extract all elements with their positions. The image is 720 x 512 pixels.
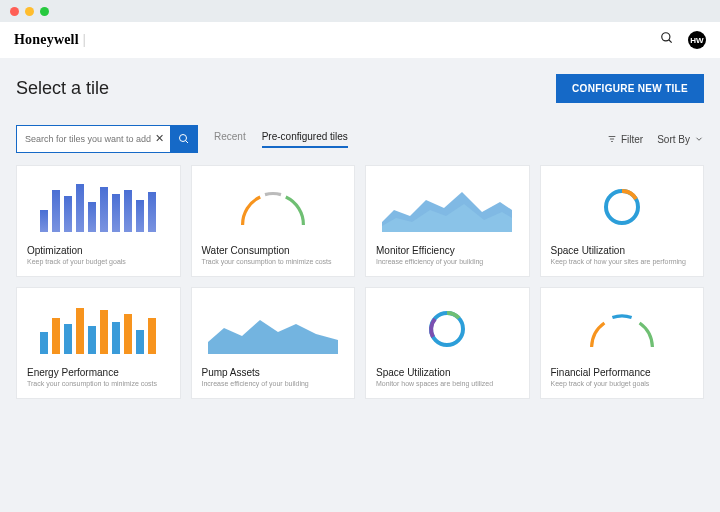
svg-point-2 [180, 135, 187, 142]
search-button[interactable] [170, 125, 198, 153]
clear-search-icon[interactable]: ✕ [155, 132, 164, 145]
area-chart-icon [382, 182, 512, 232]
tab-recent[interactable]: Recent [214, 131, 246, 148]
tile-energy-performance[interactable]: Energy PerformanceTrack your consumption… [16, 287, 181, 399]
tile-title: Financial Performance [551, 367, 694, 378]
tile-subtitle: Monitor how spaces are being utilized [376, 380, 519, 388]
tile-subtitle: Increase efficiency of your building [202, 380, 345, 388]
tile-monitor-efficiency[interactable]: Monitor EfficiencyIncrease efficiency of… [365, 165, 530, 277]
page-title: Select a tile [16, 78, 109, 99]
area-chart-icon [208, 304, 338, 354]
gauge-chart-icon [233, 185, 313, 229]
tile-title: Monitor Efficiency [376, 245, 519, 256]
window-traffic-lights [0, 0, 720, 22]
tile-subtitle: Keep track of your budget goals [551, 380, 694, 388]
tile-space-utilization-2[interactable]: Space UtilizationMonitor how spaces are … [365, 287, 530, 399]
tile-title: Water Consumption [202, 245, 345, 256]
tab-preconfigured[interactable]: Pre-configured tiles [262, 131, 348, 148]
gauge-chart-icon [582, 307, 662, 351]
search-input[interactable] [16, 125, 170, 153]
tile-space-utilization[interactable]: Space UtilizationKeep track of how your … [540, 165, 705, 277]
brand-logo: Honeywell| [14, 32, 86, 48]
svg-point-0 [662, 33, 670, 41]
minimize-icon[interactable] [25, 7, 34, 16]
close-icon[interactable] [10, 7, 19, 16]
tile-title: Optimization [27, 245, 170, 256]
chevron-down-icon [694, 134, 704, 144]
tile-water-consumption[interactable]: Water ConsumptionTrack your consumption … [191, 165, 356, 277]
tile-subtitle: Keep track of how your sites are perform… [551, 258, 694, 266]
tile-subtitle: Keep track of your budget goals [27, 258, 170, 266]
svg-line-3 [186, 141, 189, 144]
filter-icon [607, 134, 617, 144]
top-bar: Honeywell| HW [0, 22, 720, 58]
donut-chart-icon [601, 186, 643, 228]
donut-chart-icon [426, 308, 468, 350]
configure-new-tile-button[interactable]: CONFIGURE NEW TILE [556, 74, 704, 103]
sort-button[interactable]: Sort By [657, 134, 704, 145]
filter-button[interactable]: Filter [607, 134, 643, 145]
search-wrapper: ✕ [16, 125, 198, 153]
bar-chart-icon [40, 182, 156, 232]
svg-line-1 [669, 40, 672, 43]
tile-title: Energy Performance [27, 367, 170, 378]
tile-financial-performance[interactable]: Financial PerformanceKeep track of your … [540, 287, 705, 399]
avatar[interactable]: HW [688, 31, 706, 49]
tile-subtitle: Track your consumption to minimize costs [202, 258, 345, 266]
tile-subtitle: Track your consumption to minimize costs [27, 380, 170, 388]
tile-pump-assets[interactable]: Pump AssetsIncrease efficiency of your b… [191, 287, 356, 399]
bar-chart-icon [40, 304, 156, 354]
tile-title: Space Utilization [376, 367, 519, 378]
tile-title: Pump Assets [202, 367, 345, 378]
tile-optimization[interactable]: OptimizationKeep track of your budget go… [16, 165, 181, 277]
global-search-icon[interactable] [660, 31, 674, 49]
tile-subtitle: Increase efficiency of your building [376, 258, 519, 266]
tile-title: Space Utilization [551, 245, 694, 256]
zoom-icon[interactable] [40, 7, 49, 16]
